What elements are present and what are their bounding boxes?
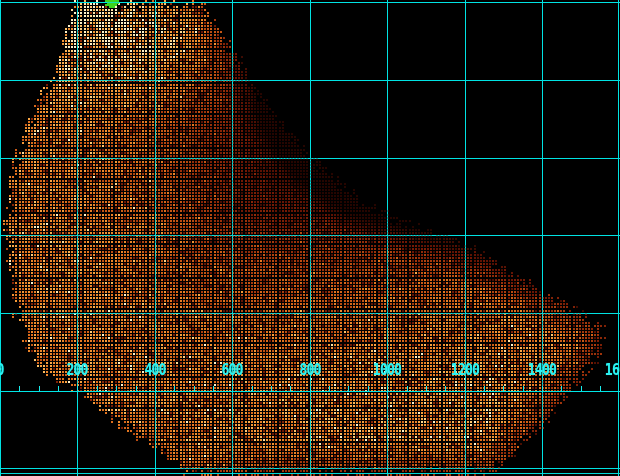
density-heatmap-canvas [0, 0, 620, 476]
plot-window: 02004006008001000120014001600 [0, 0, 620, 476]
